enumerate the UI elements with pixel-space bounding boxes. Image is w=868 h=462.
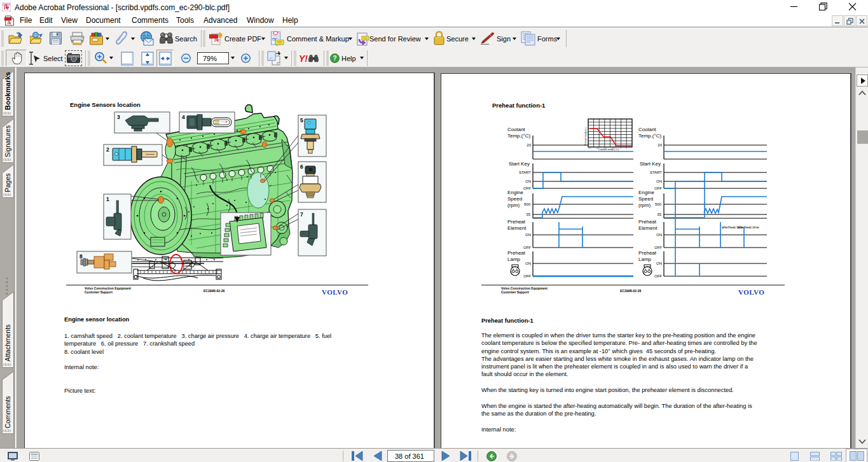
svg-text:500: 500: [524, 202, 531, 206]
svg-text:Comments: Comments: [4, 396, 11, 428]
svg-text:ON: ON: [656, 262, 662, 265]
svg-text:6: 6: [300, 164, 303, 170]
svg-text:Preheat: Preheat: [638, 250, 657, 256]
svg-text:500: 500: [655, 202, 662, 206]
svg-text:OFF: OFF: [523, 274, 531, 278]
svg-text:Speed: Speed: [638, 196, 653, 202]
svg-text:1: 1: [106, 196, 109, 202]
svg-text:afterheat time: afterheat time: [738, 225, 759, 229]
svg-text:20: 20: [527, 143, 531, 147]
svg-text:Bookmarks: Bookmarks: [4, 72, 11, 110]
svg-text:?: ?: [333, 55, 336, 62]
svg-text:35: 35: [526, 213, 530, 216]
svg-text:Temp.(°C): Temp.(°C): [638, 133, 661, 139]
svg-text:Coolant: Coolant: [507, 127, 525, 132]
svg-text:Speed: Speed: [507, 196, 522, 202]
svg-text:35: 35: [657, 213, 661, 216]
svg-text:ON: ON: [656, 233, 662, 237]
svg-text:OFF: OFF: [523, 186, 531, 190]
svg-text:-20: -20: [596, 147, 599, 150]
svg-text:7: 7: [300, 211, 303, 218]
svg-text:8: 8: [79, 253, 83, 260]
svg-text:OFF: OFF: [654, 246, 662, 249]
svg-text:(rpm): (rpm): [638, 202, 651, 208]
svg-text:Preheat: Preheat: [507, 219, 526, 225]
svg-text:ON: ON: [525, 233, 531, 237]
svg-text:-25: -25: [588, 147, 591, 150]
svg-text:OFF: OFF: [654, 274, 662, 278]
svg-text:Signatures: Signatures: [4, 125, 11, 157]
svg-text:START: START: [519, 171, 531, 174]
svg-text:5: 5: [300, 117, 303, 123]
svg-text:20: 20: [658, 143, 662, 147]
svg-text:-15: -15: [603, 147, 607, 150]
svg-text:Engine: Engine: [638, 190, 654, 195]
svg-text:Element: Element: [638, 225, 658, 231]
svg-text:Preheat: Preheat: [638, 219, 657, 225]
svg-text:Preheat time(sec.): Preheat time(sec.): [584, 127, 587, 146]
svg-text:START: START: [650, 171, 662, 174]
svg-text:Start Key: Start Key: [509, 161, 530, 167]
svg-text:Pages: Pages: [4, 173, 11, 192]
svg-text:OFF: OFF: [654, 186, 662, 190]
svg-text:OFF: OFF: [523, 246, 531, 249]
svg-text:Lamp: Lamp: [507, 256, 521, 262]
svg-text:(rpm): (rpm): [507, 202, 520, 208]
svg-text:Temp.(°C): Temp.(°C): [507, 133, 530, 139]
svg-text:Element: Element: [507, 225, 527, 231]
svg-text:ON: ON: [525, 179, 531, 183]
svg-text:-10: -10: [611, 147, 614, 150]
svg-text:3: 3: [117, 114, 120, 120]
svg-text:4: 4: [182, 114, 185, 120]
svg-text:Preheat: Preheat: [507, 250, 526, 256]
svg-text:-5: -5: [619, 147, 621, 150]
svg-text:Coolant temp.(°C): Coolant temp.(°C): [598, 148, 619, 151]
svg-text:ON: ON: [656, 179, 662, 183]
svg-text:ON: ON: [525, 262, 531, 265]
svg-text:Attachments: Attachments: [4, 325, 11, 361]
svg-text:Start Key: Start Key: [640, 161, 661, 167]
svg-text:2: 2: [106, 146, 109, 153]
svg-text:Lamp: Lamp: [638, 256, 652, 262]
svg-text:Engine: Engine: [507, 190, 523, 195]
svg-text:Coolant: Coolant: [638, 127, 656, 132]
